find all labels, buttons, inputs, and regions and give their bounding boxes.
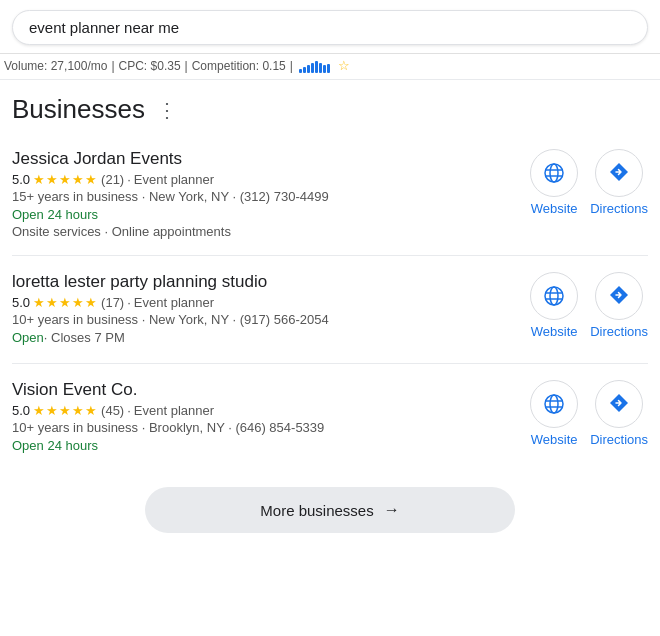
business-meta-2: 10+ years in business · New York, NY · (… [12,312,514,327]
rating-row-1: 5.0 ★★★★★ (21) · Event planner [12,172,514,187]
stars-3: ★★★★★ [33,403,98,418]
more-businesses-container: More businesses → [0,471,660,553]
open-status-3: Open 24 hours [12,438,514,453]
rating-row-3: 5.0 ★★★★★ (45) · Event planner [12,403,514,418]
directions-icon-3 [607,392,631,416]
svg-point-9 [550,395,558,413]
svg-point-1 [550,164,558,182]
business-list: Jessica Jordan Events 5.0 ★★★★★ (21) · E… [0,133,660,471]
open-status-1: Open 24 hours [12,207,514,222]
rating-score-2: 5.0 [12,295,30,310]
business-name-2: loretta lester party planning studio [12,272,514,292]
directions-icon-circle-2 [595,272,643,320]
action-buttons-3: Website Directions [530,380,648,447]
rating-row-2: 5.0 ★★★★★ (17) · Event planner [12,295,514,310]
table-row: loretta lester party planning studio 5.0… [12,256,648,364]
website-button-1[interactable]: Website [530,149,578,216]
directions-label-2: Directions [590,324,648,339]
svg-point-4 [545,287,563,305]
business-name-1: Jessica Jordan Events [12,149,514,169]
section-title: Businesses [12,94,145,125]
stars-1: ★★★★★ [33,172,98,187]
business-meta-1: 15+ years in business · New York, NY · (… [12,189,514,204]
directions-icon-circle-1 [595,149,643,197]
business-type-3: Event planner [134,403,214,418]
separator: | [111,59,114,73]
globe-icon-1 [542,161,566,185]
dot-3: · [127,403,131,418]
website-label-3: Website [531,432,578,447]
globe-icon-3 [542,392,566,416]
volume-bar: Volume: 27,100/mo | CPC: $0.35 | Competi… [0,54,660,80]
star-icon: ☆ [338,58,350,73]
svg-point-0 [545,164,563,182]
review-count-2: (17) [101,295,124,310]
search-bar-container: event planner near me [0,0,660,54]
open-status-2: Open· Closes 7 PM [12,330,514,345]
services-1: Onsite services · Online appointments [12,224,514,239]
action-buttons-1: Website Directions [530,149,648,216]
directions-button-1[interactable]: Directions [590,149,648,216]
svg-point-8 [545,395,563,413]
business-info-2: loretta lester party planning studio 5.0… [12,272,514,347]
review-count-1: (21) [101,172,124,187]
stars-2: ★★★★★ [33,295,98,310]
separator2: | [185,59,188,73]
business-name-3: Vision Event Co. [12,380,514,400]
bar-chart-icon [299,59,330,73]
dot-2: · [127,295,131,310]
website-icon-circle-3 [530,380,578,428]
volume-label: Volume: 27,100/mo [4,59,107,73]
website-button-3[interactable]: Website [530,380,578,447]
search-query: event planner near me [29,19,179,36]
rating-score-1: 5.0 [12,172,30,187]
competition-label: Competition: 0.15 [192,59,286,73]
review-count-3: (45) [101,403,124,418]
more-businesses-label: More businesses [260,502,373,519]
directions-label-3: Directions [590,432,648,447]
more-options-icon[interactable]: ⋮ [157,98,177,122]
website-label-2: Website [531,324,578,339]
table-row: Jessica Jordan Events 5.0 ★★★★★ (21) · E… [12,133,648,256]
section-header: Businesses ⋮ [0,80,660,133]
business-meta-3: 10+ years in business · Brooklyn, NY · (… [12,420,514,435]
business-info-3: Vision Event Co. 5.0 ★★★★★ (45) · Event … [12,380,514,455]
business-type-1: Event planner [134,172,214,187]
directions-icon-2 [607,284,631,308]
directions-button-2[interactable]: Directions [590,272,648,339]
cpc-label: CPC: $0.35 [119,59,181,73]
dot-1: · [127,172,131,187]
rating-score-3: 5.0 [12,403,30,418]
website-button-2[interactable]: Website [530,272,578,339]
website-icon-circle-1 [530,149,578,197]
close-time-2: · Closes 7 PM [44,330,125,345]
svg-point-5 [550,287,558,305]
directions-icon-circle-3 [595,380,643,428]
arrow-icon: → [384,501,400,519]
website-icon-circle-2 [530,272,578,320]
business-info-1: Jessica Jordan Events 5.0 ★★★★★ (21) · E… [12,149,514,239]
more-businesses-button[interactable]: More businesses → [145,487,515,533]
search-bar[interactable]: event planner near me [12,10,648,45]
business-type-2: Event planner [134,295,214,310]
separator3: | [290,59,293,73]
directions-label-1: Directions [590,201,648,216]
directions-icon-1 [607,161,631,185]
action-buttons-2: Website Directions [530,272,648,339]
website-label-1: Website [531,201,578,216]
table-row: Vision Event Co. 5.0 ★★★★★ (45) · Event … [12,364,648,471]
globe-icon-2 [542,284,566,308]
directions-button-3[interactable]: Directions [590,380,648,447]
